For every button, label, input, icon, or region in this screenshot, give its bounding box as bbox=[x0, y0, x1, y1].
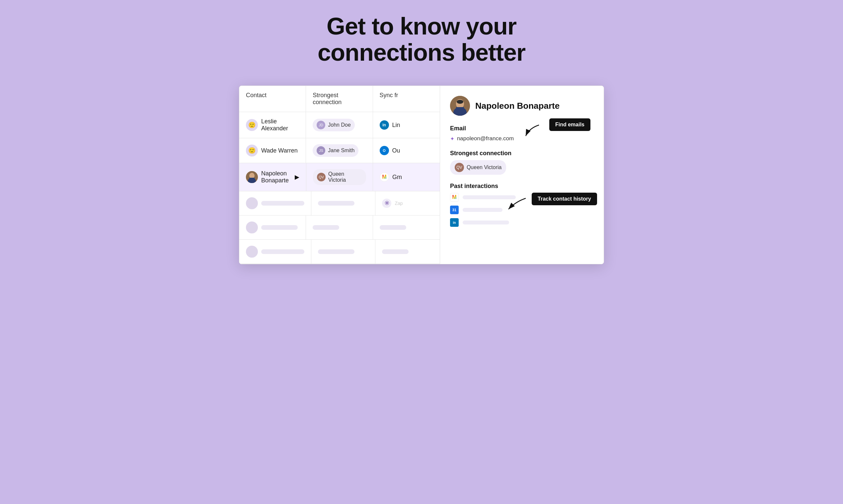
outlook-icon: O bbox=[380, 146, 389, 155]
gmail-icon: M bbox=[380, 173, 389, 182]
connection-blur bbox=[313, 225, 339, 230]
sync-blur bbox=[382, 249, 409, 254]
connection-cell-blurred bbox=[306, 216, 373, 239]
contact-detail-name: Napoleon Bonaparte bbox=[475, 101, 560, 111]
past-interactions-label: Past interactions bbox=[450, 183, 594, 190]
sync-label: Ou bbox=[392, 147, 400, 154]
table-row[interactable]: 🙂 Leslie Alexander JD John Doe in Lin bbox=[239, 112, 440, 138]
name-blur bbox=[261, 249, 304, 254]
sync-cell: O Ou bbox=[373, 138, 440, 163]
avatar: 🙂 bbox=[246, 119, 258, 131]
contact-name: Napoleon Bonaparte bbox=[261, 170, 289, 184]
table-row[interactable]: Napoleon Bonaparte ▶ QV Queen Victoria M… bbox=[239, 163, 440, 191]
victoria-avatar: QV bbox=[455, 163, 464, 172]
svg-point-8 bbox=[457, 100, 463, 104]
connection-cell-blurred bbox=[311, 191, 375, 215]
sync-label: Gm bbox=[392, 174, 402, 181]
connection-chip: JS Jane Smith bbox=[313, 144, 358, 157]
sync-cell-blurred: ✳ Zap bbox=[375, 191, 440, 215]
th-sync: Sync fr bbox=[373, 86, 440, 112]
arrow-to-email-icon bbox=[522, 123, 542, 140]
connection-chip: QV Queen Victoria bbox=[313, 169, 366, 185]
main-ui-container: Contact Strongest connection Sync fr 🙂 L… bbox=[239, 86, 604, 264]
sparkle-icon: ✦ bbox=[450, 136, 454, 142]
strongest-connection-chip: QV Queen Victoria bbox=[450, 160, 506, 175]
calendar-interaction-icon: 31 bbox=[450, 205, 459, 214]
strongest-label: Strongest connection bbox=[450, 150, 594, 157]
sync-cell: M Gm bbox=[373, 163, 440, 191]
hero-title: Get to know your connections better bbox=[317, 13, 526, 66]
table-row bbox=[239, 240, 440, 264]
contact-name: Leslie Alexander bbox=[261, 118, 299, 132]
sync-cell: in Lin bbox=[373, 112, 440, 138]
avatar: 🙂 bbox=[246, 145, 258, 157]
th-strongest: Strongest connection bbox=[306, 86, 373, 112]
interaction-blur bbox=[463, 220, 509, 224]
find-emails-tooltip[interactable]: Find emails bbox=[549, 119, 590, 131]
hero-title-line1: Get to know your bbox=[327, 13, 516, 39]
name-blur bbox=[261, 225, 298, 230]
contact-cell-blurred bbox=[239, 240, 311, 264]
connection-cell: JD John Doe bbox=[306, 112, 373, 138]
svg-rect-3 bbox=[249, 178, 255, 180]
zapier-icon: ✳ bbox=[382, 199, 391, 208]
sync-label: Lin bbox=[392, 122, 400, 129]
arrow-to-history-icon bbox=[506, 197, 529, 213]
avatar-blur bbox=[246, 221, 258, 233]
contact-cell-blurred bbox=[239, 191, 311, 215]
interaction-row-linkedin: in bbox=[450, 218, 594, 227]
sync-label: Zap bbox=[395, 201, 402, 206]
contact-cell-blurred bbox=[239, 216, 306, 239]
contact-cell: 🙂 Wade Warren bbox=[239, 138, 306, 163]
contact-cell: 🙂 Leslie Alexander bbox=[239, 112, 306, 138]
avatar: JD bbox=[316, 121, 325, 129]
connection-cell: JS Jane Smith bbox=[306, 138, 373, 163]
avatar: JS bbox=[316, 146, 325, 155]
strongest-connection-section: Strongest connection QV Queen Victoria bbox=[450, 150, 594, 175]
cursor-icon: ▶ bbox=[295, 174, 299, 181]
contacts-table: Contact Strongest connection Sync fr 🙂 L… bbox=[239, 86, 440, 264]
avatar: QV bbox=[317, 173, 326, 181]
table-row: ✳ Zap bbox=[239, 191, 440, 216]
linkedin-icon: in bbox=[380, 120, 389, 130]
sync-cell-blurred bbox=[373, 216, 440, 239]
connection-chip: JD John Doe bbox=[313, 119, 355, 131]
connection-cell: QV Queen Victoria bbox=[306, 163, 373, 191]
contact-name: Wade Warren bbox=[261, 147, 298, 154]
linkedin-interaction-icon: in bbox=[450, 218, 459, 227]
th-contact: Contact bbox=[239, 86, 306, 112]
sync-cell-blurred bbox=[375, 240, 440, 264]
svg-rect-7 bbox=[456, 107, 464, 111]
sync-blur bbox=[380, 225, 406, 230]
hero-title-line2: connections better bbox=[317, 39, 526, 66]
contact-header: Napoleon Bonaparte bbox=[450, 96, 594, 116]
contact-cell: Napoleon Bonaparte ▶ bbox=[239, 163, 306, 191]
connection-blur bbox=[318, 201, 355, 205]
table-row bbox=[239, 216, 440, 240]
connection-blur bbox=[318, 249, 355, 254]
avatar bbox=[246, 171, 258, 183]
email-section: Email ✦ napoleon@france.com Find emails bbox=[450, 125, 594, 142]
contact-detail-panel: Napoleon Bonaparte Email ✦ napoleon@fran… bbox=[440, 86, 604, 264]
email-value: ✦ napoleon@france.com bbox=[450, 135, 594, 142]
name-blur bbox=[261, 201, 304, 205]
connection-cell-blurred bbox=[311, 240, 375, 264]
avatar-blur bbox=[246, 197, 258, 209]
table-row[interactable]: 🙂 Wade Warren JS Jane Smith O Ou bbox=[239, 138, 440, 163]
interaction-blur bbox=[463, 208, 502, 212]
contact-avatar bbox=[450, 96, 470, 116]
table-header: Contact Strongest connection Sync fr bbox=[239, 86, 440, 112]
past-interactions-section: Past interactions M 31 in Track contact … bbox=[450, 183, 594, 227]
avatar-blur bbox=[246, 246, 258, 258]
track-history-tooltip[interactable]: Track contact history bbox=[532, 193, 597, 205]
gmail-interaction-icon: M bbox=[450, 193, 459, 202]
